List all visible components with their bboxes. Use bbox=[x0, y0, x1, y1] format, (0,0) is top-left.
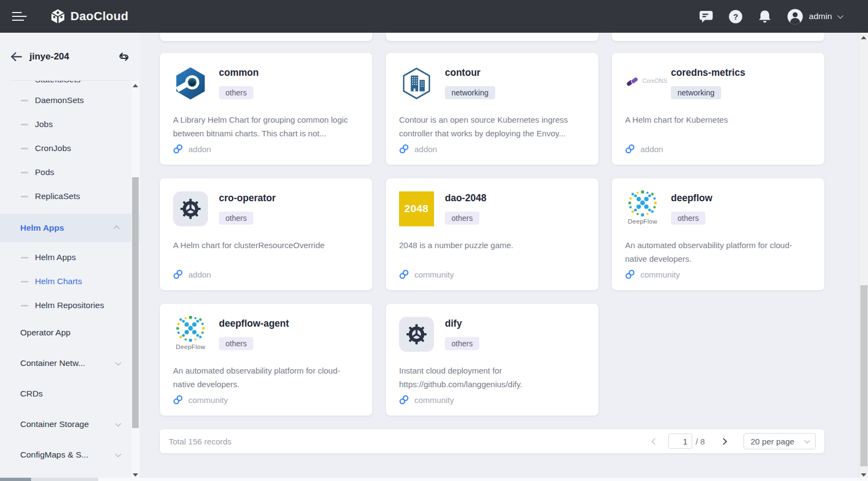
sidebar-item-helm-charts[interactable]: Helm Charts bbox=[0, 269, 140, 293]
sidebar-scrollbar[interactable] bbox=[132, 81, 139, 481]
clipped-card bbox=[612, 33, 824, 41]
sidebar-item-container-network[interactable]: Container Netw... bbox=[0, 348, 140, 378]
chart-name: coredns-metrics bbox=[671, 66, 745, 79]
repo-source: addon bbox=[188, 145, 211, 154]
chart-name: deepflow bbox=[671, 191, 712, 205]
chart-name: cro-operator bbox=[219, 191, 276, 205]
scroll-up-arrow[interactable] bbox=[861, 36, 866, 39]
chart-description: A Helm chart for Kubernetes bbox=[625, 113, 811, 127]
bell-icon[interactable] bbox=[758, 9, 772, 24]
category-tag: others bbox=[219, 212, 253, 225]
chart-card-cro-operator[interactable]: cro-operator others A Helm chart for clu… bbox=[160, 178, 372, 290]
sidebar-item-label: Operator App bbox=[20, 328, 70, 338]
sidebar-item-label: Helm Apps bbox=[35, 252, 76, 262]
gear-icon bbox=[173, 191, 208, 226]
link-icon bbox=[173, 395, 183, 405]
coredns-logo-icon: CoreDNS bbox=[625, 74, 674, 88]
sidebar: jinye-204 StatefulSets DaemonSets Jobs C… bbox=[0, 33, 140, 481]
cluster-name: jinye-204 bbox=[29, 51, 69, 62]
sidebar-group-helm-apps[interactable]: Helm Apps bbox=[0, 214, 140, 242]
scroll-up-arrow[interactable] bbox=[133, 84, 138, 87]
sidebar-item-label: StatefulSets bbox=[35, 81, 81, 85]
scrollbar-thumb[interactable] bbox=[860, 285, 867, 466]
sidebar-item-pods[interactable]: Pods bbox=[0, 160, 140, 184]
card-row: common others A Library Helm Chart for g… bbox=[160, 53, 859, 165]
next-page-button[interactable] bbox=[720, 438, 727, 445]
category-tag: networking bbox=[671, 86, 721, 99]
chart-card-dao-2048[interactable]: 2048 dao-2048 others 2048 is a number pu… bbox=[386, 178, 598, 290]
chart-card-coredns-metrics[interactable]: CoreDNS coredns-metrics networking A Hel… bbox=[612, 53, 824, 165]
chevron-down-icon bbox=[115, 359, 121, 365]
chart-card-contour[interactable]: contour networking Contour is an open so… bbox=[386, 53, 598, 165]
category-tag: others bbox=[445, 212, 479, 225]
chart-description: An automated observability platform for … bbox=[625, 238, 811, 266]
menu-icon[interactable] bbox=[12, 9, 27, 23]
main-content: common others A Library Helm Chart for g… bbox=[140, 33, 859, 481]
chevron-down-icon bbox=[115, 451, 121, 457]
repo-source: community bbox=[188, 395, 228, 405]
sidebar-item-helm-repositories[interactable]: Helm Repositories bbox=[0, 293, 140, 317]
chevron-down-icon bbox=[837, 13, 843, 19]
chevron-down-icon bbox=[804, 437, 810, 443]
page-number-input[interactable] bbox=[668, 434, 692, 449]
scroll-down-arrow[interactable] bbox=[861, 473, 866, 477]
chat-icon[interactable] bbox=[699, 9, 714, 23]
chart-card-common[interactable]: common others A Library Helm Chart for g… bbox=[160, 53, 372, 165]
sidebar-item-label: Jobs bbox=[35, 119, 53, 129]
chart-card-dify[interactable]: dify others Instant cloud deployment for… bbox=[386, 304, 598, 416]
category-tag: others bbox=[219, 86, 253, 99]
user-menu[interactable]: admin bbox=[787, 8, 842, 25]
chart-description: A Library Helm Chart for grouping common… bbox=[173, 113, 359, 140]
link-icon bbox=[399, 269, 409, 279]
sidebar-item-operator-app[interactable]: Operator App bbox=[0, 317, 140, 348]
horizontal-scrollbar[interactable] bbox=[0, 478, 868, 481]
chart-description: Contour is an open source Kubernetes ing… bbox=[399, 113, 585, 140]
sidebar-item-label: ConfigMaps & S... bbox=[20, 450, 88, 460]
gear-icon bbox=[399, 317, 434, 352]
sidebar-item-configmaps[interactable]: ConfigMaps & S... bbox=[0, 440, 140, 470]
chart-card-deepflow[interactable]: DeepFlow deepflow others An automated ob… bbox=[612, 178, 824, 290]
back-button[interactable] bbox=[10, 51, 23, 62]
page-count: / 8 bbox=[695, 437, 705, 446]
coredns-logo-text: CoreDNS bbox=[643, 77, 667, 84]
sidebar-item-statefulsets[interactable]: StatefulSets bbox=[0, 81, 140, 88]
chart-description: A Helm chart for clusterResourceOverride bbox=[173, 238, 359, 252]
sidebar-item-replicasets[interactable]: ReplicaSets bbox=[0, 184, 140, 208]
page-size-select[interactable]: 20 per page bbox=[744, 433, 816, 449]
sidebar-item-container-storage[interactable]: Container Storage bbox=[0, 409, 140, 440]
prev-page-button[interactable] bbox=[651, 438, 658, 445]
category-tag: others bbox=[445, 337, 479, 350]
sidebar-item-label: Container Netw... bbox=[20, 358, 85, 368]
chart-name: deepflow-agent bbox=[219, 317, 289, 330]
link-icon bbox=[173, 144, 183, 154]
scrollbar-thumb[interactable] bbox=[0, 478, 31, 481]
sidebar-item-jobs[interactable]: Jobs bbox=[0, 112, 140, 136]
sidebar-item-daemonsets[interactable]: DaemonSets bbox=[0, 88, 140, 112]
page-scrollbar[interactable] bbox=[859, 33, 868, 481]
help-icon[interactable]: ? bbox=[728, 9, 743, 24]
clipped-card bbox=[386, 33, 598, 41]
scroll-down-arrow[interactable] bbox=[133, 473, 138, 477]
card-row: DeepFlow deepflow-agent others An automa… bbox=[160, 304, 859, 416]
chart-description: Instant cloud deployment for https://git… bbox=[399, 364, 585, 391]
sidebar-item-helm-apps[interactable]: Helm Apps bbox=[0, 245, 140, 269]
bitnami-logo-icon bbox=[173, 66, 208, 101]
chart-card-deepflow-agent[interactable]: DeepFlow deepflow-agent others An automa… bbox=[160, 304, 372, 416]
sidebar-item-label: ReplicaSets bbox=[35, 191, 80, 201]
repo-source: community bbox=[414, 395, 454, 405]
svg-text:?: ? bbox=[733, 12, 738, 21]
2048-tile-icon: 2048 bbox=[399, 191, 434, 226]
scrollbar-thumb[interactable] bbox=[132, 177, 139, 428]
repo-source: addon bbox=[188, 270, 211, 279]
brand-logo[interactable]: DaoCloud bbox=[50, 9, 128, 24]
link-icon bbox=[173, 269, 183, 279]
chart-name: dify bbox=[445, 317, 479, 330]
sidebar-item-crds[interactable]: CRDs bbox=[0, 378, 140, 409]
brand-name: DaoCloud bbox=[70, 9, 128, 23]
scrollbar-track bbox=[31, 478, 98, 481]
refresh-button[interactable] bbox=[117, 51, 130, 63]
total-records: Total 156 records bbox=[169, 437, 231, 446]
repo-source: addon bbox=[640, 145, 663, 154]
sidebar-item-cronjobs[interactable]: CronJobs bbox=[0, 136, 140, 160]
card-row: cro-operator others A Helm chart for clu… bbox=[160, 178, 859, 290]
